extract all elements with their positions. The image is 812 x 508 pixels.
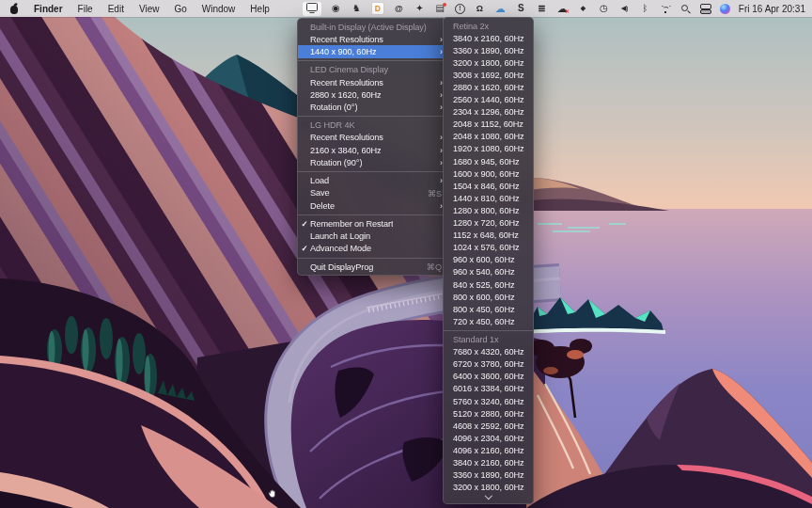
- shortcut-label: ⌘Q: [427, 261, 442, 273]
- menu-item-delete[interactable]: Delete›: [298, 199, 447, 212]
- search-icon[interactable]: [679, 2, 691, 15]
- displayprog-icon[interactable]: D: [371, 2, 384, 15]
- crosshair-icon[interactable]: ✦: [414, 1, 426, 16]
- cloud-icon[interactable]: ☁: [494, 1, 507, 16]
- bird-icon[interactable]: ♞: [351, 1, 363, 16]
- bluetooth-icon[interactable]: ᛒ: [639, 1, 651, 16]
- apple-menu-icon[interactable]: [9, 3, 19, 15]
- resolution-item-800-x-600-60hz[interactable]: 800 x 600, 60Hz: [444, 291, 533, 303]
- menu-separator: [298, 60, 447, 61]
- resolution-item-3200-x-1800-60hz[interactable]: 3200 x 1800, 60Hz: [444, 56, 533, 69]
- menu-item-label: Quit DisplayProg: [310, 262, 373, 272]
- menubar-clock[interactable]: Fri 16 Apr 20:31: [739, 4, 805, 14]
- volume-icon[interactable]: ◀): [618, 1, 631, 16]
- menu-item-2160-x-3840-60hz[interactable]: 2160 x 3840, 60Hz›: [298, 144, 447, 156]
- disks-icon[interactable]: ≣: [536, 1, 548, 16]
- resolution-item-4608-x-2592-60hz[interactable]: 4608 x 2592, 60Hz: [444, 420, 533, 432]
- menu-item-1440-x-900-60hz[interactable]: 1440 x 900, 60Hz›: [298, 45, 447, 57]
- menu-item-load[interactable]: Load›: [298, 175, 447, 187]
- resolution-item-840-x-525-60hz[interactable]: 840 x 525, 60Hz: [444, 278, 533, 291]
- menu-bar: Finder FileEditViewGoWindowHelp ◉♞D@✦▤!Ω…: [0, 0, 812, 17]
- adobe-cc-icon[interactable]: ◉: [330, 1, 342, 16]
- magnet-icon[interactable]: Ω: [474, 1, 486, 16]
- resolution-item-2048-x-1152-60hz[interactable]: 2048 x 1152, 60Hz: [444, 119, 533, 131]
- resolution-item-960-x-540-60hz[interactable]: 960 x 540, 60Hz: [444, 266, 533, 278]
- resolution-item-5120-x-2880-60hz[interactable]: 5120 x 2880, 60Hz: [444, 407, 533, 420]
- notes-icon[interactable]: ▤: [434, 1, 446, 16]
- menu-item-save[interactable]: Save⌘S: [298, 187, 447, 199]
- resolution-item-5760-x-3240-60hz[interactable]: 5760 x 3240, 60Hz: [444, 395, 533, 407]
- resolution-item-3360-x-1890-60hz[interactable]: 3360 x 1890, 60Hz: [444, 44, 533, 56]
- menu-separator: [298, 214, 447, 215]
- menu-item-2880-x-1620-60hz[interactable]: 2880 x 1620, 60Hz›: [298, 88, 447, 101]
- menu-item-label: LED Cinema Display: [310, 65, 388, 74]
- menu-item-label: 1440 x 900, 60Hz: [310, 47, 376, 56]
- drop-icon[interactable]: ◆: [577, 1, 589, 16]
- resolution-item-1280-x-800-60hz[interactable]: 1280 x 800, 60Hz: [444, 204, 533, 216]
- menu-item-launch-at-login[interactable]: Launch at Login: [298, 230, 447, 243]
- menu-item-recent-resolutions[interactable]: Recent Resolutions›: [298, 132, 447, 144]
- menu-item-advanced-mode[interactable]: ✓Advanced Mode: [298, 243, 447, 255]
- menu-item-label: Recent Resolutions: [310, 35, 383, 44]
- resolution-item-1920-x-1080-60hz[interactable]: 1920 x 1080, 60Hz: [444, 143, 533, 155]
- input-switcher-icon[interactable]: [699, 1, 711, 16]
- submenu-header-retina-2x: Retina 2x: [444, 20, 533, 32]
- menu-item-label: Launch at Login: [310, 231, 370, 241]
- checkmark-icon: ✓: [302, 243, 308, 255]
- app-menu-finder[interactable]: Finder: [34, 4, 63, 14]
- resolution-item-3360-x-1890-60hz[interactable]: 3360 x 1890, 60Hz: [444, 469, 533, 482]
- resolution-item-3008-x-1692-60hz[interactable]: 3008 x 1692, 60Hz: [444, 69, 533, 81]
- resolution-item-1440-x-810-60hz[interactable]: 1440 x 810, 60Hz: [444, 192, 533, 204]
- resolution-item-1680-x-945-60hz[interactable]: 1680 x 945, 60Hz: [444, 155, 533, 167]
- resolution-item-3840-x-2160-60hz[interactable]: 3840 x 2160, 60Hz: [444, 32, 533, 44]
- resolution-item-720-x-450-60hz[interactable]: 720 x 450, 60Hz: [444, 315, 533, 327]
- resolution-item-1600-x-900-60hz[interactable]: 1600 x 900, 60Hz: [444, 167, 533, 180]
- clock-icon[interactable]: ◷: [598, 1, 610, 16]
- resolution-item-1504-x-846-60hz[interactable]: 1504 x 846, 60Hz: [444, 180, 533, 192]
- menu-item-label: Rotation (90°): [310, 158, 362, 167]
- menu-header-built-in-display-active-display: Built-in Display (Active Display): [298, 21, 447, 33]
- menu-item-label: Recent Resolutions: [310, 78, 383, 87]
- menubar-item-edit[interactable]: Edit: [108, 4, 124, 14]
- resolution-item-960-x-600-60hz[interactable]: 960 x 600, 60Hz: [444, 254, 533, 266]
- resolution-item-4096-x-2304-60hz[interactable]: 4096 x 2304, 60Hz: [444, 432, 533, 444]
- resolution-item-6720-x-3780-60hz[interactable]: 6720 x 3780, 60Hz: [444, 358, 533, 371]
- menu-item-remember-on-restart[interactable]: ✓Remember on Restart: [298, 217, 447, 230]
- resolution-item-6400-x-3600-60hz[interactable]: 6400 x 3600, 60Hz: [444, 371, 533, 383]
- siri-icon[interactable]: [720, 4, 730, 14]
- scroll-more-chevron-icon[interactable]: [444, 494, 533, 501]
- menubar-item-file[interactable]: File: [78, 4, 93, 14]
- menubar-item-help[interactable]: Help: [250, 4, 270, 14]
- s-icon[interactable]: S: [515, 1, 527, 16]
- resolution-item-7680-x-4320-60hz[interactable]: 7680 x 4320, 60Hz: [444, 346, 533, 358]
- at-icon[interactable]: @: [393, 1, 405, 16]
- resolution-item-2048-x-1080-60hz[interactable]: 2048 x 1080, 60Hz: [444, 131, 533, 143]
- display-menubar-icon[interactable]: [303, 2, 321, 16]
- resolution-item-1024-x-576-60hz[interactable]: 1024 x 576, 60Hz: [444, 242, 533, 254]
- menu-item-rotation-90[interactable]: Rotation (90°)›: [298, 156, 447, 168]
- menu-item-recent-resolutions[interactable]: Recent Resolutions›: [298, 33, 447, 45]
- menubar-item-view[interactable]: View: [139, 4, 160, 14]
- resolution-item-6016-x-3384-60hz[interactable]: 6016 x 3384, 60Hz: [444, 383, 533, 395]
- menu-separator: [298, 116, 447, 117]
- menu-item-quit-displayprog[interactable]: Quit DisplayProg⌘Q: [298, 261, 447, 273]
- resolution-item-2560-x-1440-60hz[interactable]: 2560 x 1440, 60Hz: [444, 94, 533, 106]
- menubar-item-window[interactable]: Window: [202, 4, 236, 14]
- menu-item-label: LG HDR 4K: [310, 120, 355, 130]
- resolution-item-1280-x-720-60hz[interactable]: 1280 x 720, 60Hz: [444, 217, 533, 230]
- resolution-item-2880-x-1620-60hz[interactable]: 2880 x 1620, 60Hz: [444, 81, 533, 93]
- resolution-item-800-x-450-60hz[interactable]: 800 x 450, 60Hz: [444, 303, 533, 315]
- resolution-item-1152-x-648-60hz[interactable]: 1152 x 648, 60Hz: [444, 230, 533, 242]
- resolution-item-4096-x-2160-60hz[interactable]: 4096 x 2160, 60Hz: [444, 444, 533, 456]
- resolution-item-3840-x-2160-60hz[interactable]: 3840 x 2160, 60Hz: [444, 456, 533, 468]
- menu-item-label: Save: [310, 188, 330, 198]
- wifi-icon[interactable]: [660, 3, 671, 15]
- menu-item-recent-resolutions[interactable]: Recent Resolutions›: [298, 76, 447, 88]
- alert-icon[interactable]: !: [455, 4, 465, 14]
- checkmark-icon: ✓: [302, 217, 308, 230]
- menu-item-rotation-0[interactable]: Rotation (0°)›: [298, 101, 447, 113]
- cloud-x-icon[interactable]: ☁: [556, 1, 569, 16]
- menu-item-label: Rotation (0°): [310, 103, 357, 112]
- menubar-item-go[interactable]: Go: [174, 4, 186, 14]
- resolution-item-2304-x-1296-60hz[interactable]: 2304 x 1296, 60Hz: [444, 106, 533, 119]
